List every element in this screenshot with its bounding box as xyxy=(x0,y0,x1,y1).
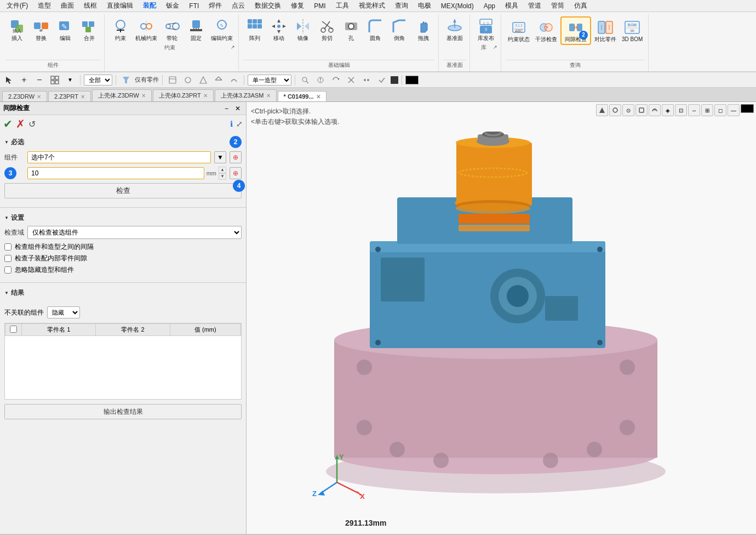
menu-tube[interactable]: 管筒 xyxy=(547,0,569,12)
distance-add-btn[interactable]: ⊕ xyxy=(230,167,242,179)
menu-file[interactable]: 文件(F) xyxy=(2,0,32,12)
settings-section-title[interactable]: ▼ 设置 xyxy=(4,213,242,223)
unrelated-select[interactable]: 隐藏 xyxy=(47,306,80,318)
menu-modeling[interactable]: 造型 xyxy=(33,0,55,12)
ribbon-insert-btn[interactable]: 插入 插入 xyxy=(5,16,28,43)
reset-btn[interactable]: ↺ xyxy=(28,119,36,129)
tb2-dropdown-btn[interactable]: ▼ xyxy=(64,74,77,86)
tb2-misc3[interactable] xyxy=(345,74,358,86)
tb2-grid-btn[interactable] xyxy=(48,74,61,86)
tb2-color-swatch[interactable] xyxy=(405,76,419,84)
ribbon-replace-btn[interactable]: ⇄ 替换 xyxy=(30,16,53,43)
tb2-icon3[interactable] xyxy=(197,74,210,86)
menu-pipe[interactable]: 管道 xyxy=(524,0,546,12)
menu-wireframe[interactable]: 线框 xyxy=(79,0,101,12)
tb2-misc5[interactable] xyxy=(375,74,388,86)
doc-tab-2[interactable]: 上壳体.Z3DRW ✕ xyxy=(92,89,152,101)
menu-sim[interactable]: 仿真 xyxy=(570,0,592,12)
menu-query[interactable]: 查询 xyxy=(391,0,413,12)
panel-minimize-btn[interactable]: − xyxy=(222,104,231,113)
tb2-shape-select[interactable]: 单一造型 xyxy=(248,75,291,86)
panel-close-btn[interactable]: ✕ xyxy=(233,104,243,113)
expand-btn[interactable]: ⤢ xyxy=(236,119,243,128)
required-section-title[interactable]: ▼ 必选 2 xyxy=(4,136,242,148)
tb2-misc4[interactable] xyxy=(360,74,373,86)
spinner-down[interactable]: ▼ xyxy=(219,173,226,180)
reject-btn[interactable]: ✗ xyxy=(16,117,25,130)
tb2-minus-btn[interactable]: − xyxy=(33,74,46,86)
tb2-misc2[interactable] xyxy=(329,74,342,86)
doc-tab-4[interactable]: 上壳体3.Z3ASM ✕ xyxy=(215,89,277,101)
cb1[interactable] xyxy=(4,243,12,251)
menu-electrode[interactable]: 电极 xyxy=(414,0,436,12)
output-btn[interactable]: 输出检查结果 xyxy=(4,404,242,419)
library-expand[interactable]: ↗ xyxy=(493,44,497,50)
ribbon-merge-btn[interactable]: 合并 xyxy=(78,16,101,43)
doc-tab-close-4[interactable]: ✕ xyxy=(266,93,271,99)
tb2-icon1[interactable] xyxy=(166,74,179,86)
tb2-misc1[interactable] xyxy=(314,74,327,86)
tb2-icon5[interactable] xyxy=(227,74,240,86)
tb2-icon2[interactable] xyxy=(181,74,194,86)
spinner-up[interactable]: ▲ xyxy=(219,167,226,173)
ribbon-library-publish-btn[interactable]: 3 1 2 库发布 xyxy=(474,16,497,43)
tb2-icon4[interactable] xyxy=(212,74,225,86)
menu-assembly[interactable]: 装配 xyxy=(139,0,161,12)
doc-tab-close-3[interactable]: ✕ xyxy=(203,93,208,99)
cb3[interactable] xyxy=(4,266,12,274)
ribbon-clearance-btn[interactable]: 2 间隙检查 xyxy=(560,16,591,45)
doc-tab-3[interactable]: 上壳体0.Z3PRT ✕ xyxy=(153,89,214,101)
tb2-plus-btn[interactable]: + xyxy=(18,74,31,86)
doc-tab-1[interactable]: 2.Z3PRT ✕ xyxy=(48,91,91,101)
info-btn[interactable]: ℹ xyxy=(230,119,233,128)
cb2[interactable] xyxy=(4,255,12,262)
ribbon-mech-constrain-btn[interactable]: 机械约束 xyxy=(133,16,159,43)
tb2-stop-btn[interactable] xyxy=(391,76,398,84)
tb2-all-select[interactable]: 全部 xyxy=(84,75,112,86)
menu-fti[interactable]: FTI xyxy=(185,1,203,11)
component-add-btn[interactable]: ⊕ xyxy=(230,151,242,163)
component-dropdown-btn[interactable]: ▼ xyxy=(214,151,226,163)
menu-surface[interactable]: 曲面 xyxy=(56,0,78,12)
doc-tab-0[interactable]: 2.Z3DRW ✕ xyxy=(2,91,47,101)
menu-pmi[interactable]: PMI xyxy=(310,1,330,11)
check-button[interactable]: 检查 xyxy=(4,183,242,198)
col-check[interactable] xyxy=(5,324,22,336)
menu-weld[interactable]: 焊件 xyxy=(204,0,226,12)
menu-tools[interactable]: 工具 xyxy=(331,0,353,12)
tb2-select-btn[interactable] xyxy=(2,74,15,86)
menu-data-exchange[interactable]: 数据交换 xyxy=(250,0,285,12)
accept-btn[interactable]: ✔ xyxy=(3,117,13,130)
ribbon-mirror-btn[interactable]: 镜像 xyxy=(291,16,314,43)
doc-tab-5[interactable]: * C01499... ✕ xyxy=(278,91,327,101)
ribbon-interference-btn[interactable]: ? 干涉检查 xyxy=(533,18,559,44)
ribbon-drag-btn[interactable]: 拖拽 xyxy=(412,16,435,43)
constraint-group-expand[interactable]: ↗ xyxy=(231,44,235,50)
ribbon-datum-btn[interactable]: 基准面 xyxy=(443,16,466,43)
doc-tab-close-1[interactable]: ✕ xyxy=(81,94,85,100)
menu-mold[interactable]: 模具 xyxy=(501,0,523,12)
ribbon-3dbom-btn[interactable]: BOM3D 3D BOM xyxy=(620,18,645,44)
ribbon-chamfer-btn[interactable]: 倒角 xyxy=(388,16,411,43)
ribbon-edit-btn[interactable]: ✎ 编辑 xyxy=(54,16,77,43)
menu-app[interactable]: App xyxy=(479,1,500,11)
menu-repair[interactable]: 修复 xyxy=(287,0,308,12)
select-all-cb[interactable] xyxy=(10,326,17,333)
ribbon-compare-btn[interactable]: 对比零件 xyxy=(592,18,618,44)
ribbon-hole-btn[interactable]: 孔 xyxy=(340,16,363,43)
menu-pointcloud[interactable]: 点云 xyxy=(227,0,249,12)
check-domain-select[interactable]: 仅检查被选组件 xyxy=(27,226,242,239)
ribbon-constrain-btn[interactable]: 约束 xyxy=(109,16,132,43)
ribbon-cut-btn[interactable]: 剪切 xyxy=(316,16,339,43)
menu-sheetmetal[interactable]: 钣金 xyxy=(162,0,184,12)
doc-tab-close-0[interactable]: ✕ xyxy=(37,94,41,100)
tb2-zoom-icon[interactable] xyxy=(299,74,312,86)
ribbon-fix-btn[interactable]: 固定 xyxy=(185,16,208,43)
menu-direct-edit[interactable]: 直接编辑 xyxy=(102,0,138,12)
component-input[interactable] xyxy=(27,151,211,163)
ribbon-move-btn[interactable]: 移动 xyxy=(267,16,290,43)
distance-input[interactable] xyxy=(27,167,204,179)
ribbon-edit-constrain-btn[interactable]: ✎ 编辑约束 xyxy=(209,16,235,43)
ribbon-belt-btn[interactable]: 带轮 xyxy=(161,16,184,43)
ribbon-fillet-btn[interactable]: 圆角 xyxy=(364,16,387,43)
